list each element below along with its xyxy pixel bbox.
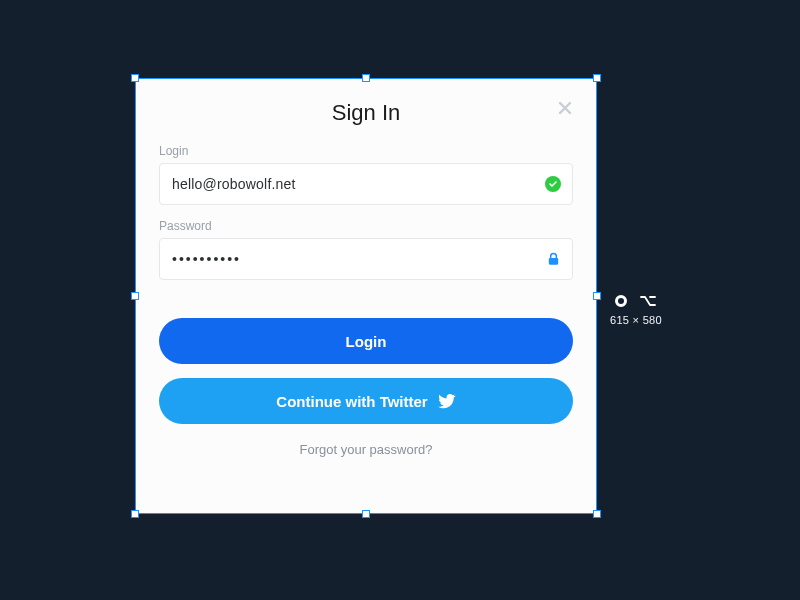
login-label: Login [159, 144, 573, 158]
selected-frame[interactable]: Sign In Login Password [135, 78, 597, 514]
twitter-icon [438, 392, 456, 410]
password-input-wrap [159, 238, 573, 280]
twitter-button-label: Continue with Twitter [276, 393, 427, 410]
forgot-password-link[interactable]: Forgot your password? [159, 442, 573, 457]
tooltip-icons [615, 292, 657, 310]
option-key-icon [639, 292, 657, 310]
svg-rect-0 [549, 258, 558, 265]
lock-icon [546, 252, 561, 267]
close-icon [557, 100, 573, 116]
signin-card: Sign In Login Password [135, 78, 597, 514]
dimensions-tooltip: 615 × 580 [610, 292, 662, 326]
login-valid-indicator [545, 176, 561, 192]
login-input[interactable] [159, 163, 573, 205]
password-field-group: Password [159, 219, 573, 280]
close-button[interactable] [555, 100, 575, 120]
checkmark-icon [545, 176, 561, 192]
password-label: Password [159, 219, 573, 233]
circle-icon [615, 295, 627, 307]
login-button[interactable]: Login [159, 318, 573, 364]
password-input[interactable] [159, 238, 573, 280]
action-buttons: Login Continue with Twitter [159, 318, 573, 424]
design-canvas[interactable]: Sign In Login Password [0, 0, 800, 600]
login-button-label: Login [346, 333, 387, 350]
login-input-wrap [159, 163, 573, 205]
login-field-group: Login [159, 144, 573, 205]
card-header: Sign In [159, 100, 573, 126]
card-title: Sign In [159, 100, 573, 126]
dimensions-label: 615 × 580 [610, 314, 662, 326]
twitter-login-button[interactable]: Continue with Twitter [159, 378, 573, 424]
